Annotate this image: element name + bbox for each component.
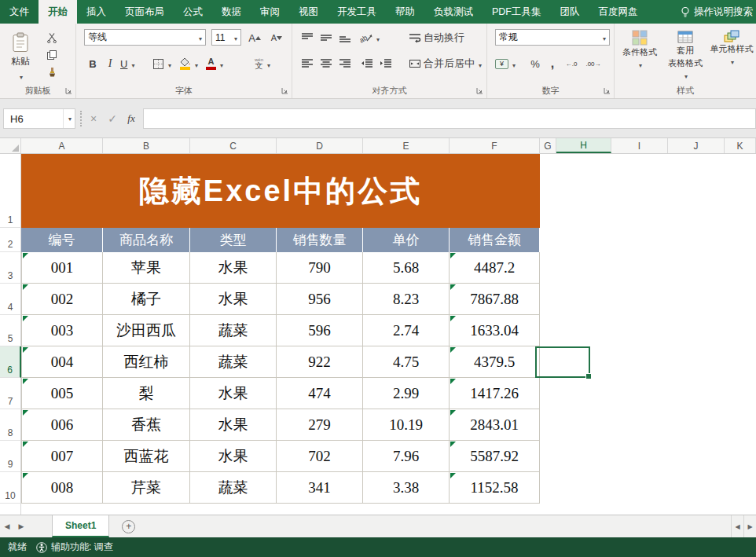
row-header-9[interactable]: 9 [0,441,21,472]
cell[interactable]: 790 [277,252,363,284]
cell[interactable]: 7.96 [363,441,450,472]
tab-review[interactable]: 审阅 [251,0,289,24]
column-header-i[interactable]: I [611,138,668,153]
column-header-b[interactable]: B [103,138,190,153]
tab-home[interactable]: 开始 [39,0,77,24]
new-sheet-button[interactable] [122,520,135,533]
cell[interactable]: 956 [277,284,363,315]
cell[interactable]: 3.38 [363,472,450,504]
sheet-tab-sheet1[interactable]: Sheet1 [52,515,109,537]
align-center-button[interactable] [317,55,335,72]
header-cell[interactable]: 销售数量 [277,228,363,252]
tab-page-layout[interactable]: 页面布局 [116,0,174,24]
header-cell[interactable]: 单价 [363,228,450,252]
header-cell[interactable]: 编号 [21,228,103,252]
insert-function-button[interactable]: fx [123,108,140,129]
tab-pdf-tools[interactable]: PDF工具集 [483,0,551,24]
row-header-3[interactable]: 3 [0,252,21,284]
header-cell[interactable]: 类型 [190,228,277,252]
column-header-c[interactable]: C [190,138,277,153]
row-header-8[interactable]: 8 [0,409,21,441]
column-header-d[interactable]: D [277,138,363,153]
enter-button[interactable]: ✓ [104,108,121,129]
row-header-2[interactable]: 2 [0,228,21,252]
align-middle-button[interactable] [317,29,335,46]
conditional-formatting-button[interactable]: 条件格式 [618,27,662,86]
cell[interactable]: 蔬菜 [190,472,277,504]
cell[interactable]: 702 [277,441,363,472]
cell[interactable]: 2.74 [363,315,450,346]
row-header-5[interactable]: 5 [0,315,21,346]
cell[interactable]: 1633.04 [450,315,540,346]
tab-view[interactable]: 视图 [289,0,328,24]
paste-button[interactable]: 粘贴 [4,27,37,86]
cell[interactable]: 5587.92 [450,441,540,472]
table-title-cell[interactable]: 隐藏Excel中的公式 [21,154,540,228]
number-dialog-launcher-icon[interactable] [604,87,611,95]
align-bottom-button[interactable] [336,29,354,46]
select-all-button[interactable] [0,138,21,153]
format-as-table-button[interactable]: 套用 表格格式 [663,27,707,86]
cell[interactable]: 西红柿 [103,346,190,378]
column-header-a[interactable]: A [21,138,103,153]
align-right-button[interactable] [336,55,354,72]
cell[interactable]: 008 [21,472,103,504]
cell[interactable]: 007 [21,441,103,472]
tab-insert[interactable]: 插入 [77,0,116,24]
cell[interactable]: 1417.26 [450,378,540,409]
cell[interactable]: 001 [21,252,103,284]
tab-formulas[interactable]: 公式 [174,0,212,24]
tab-load-test[interactable]: 负载测试 [424,0,483,24]
tab-help[interactable]: 帮助 [386,0,424,24]
tab-team[interactable]: 团队 [551,0,589,24]
percent-style-button[interactable]: % [527,55,544,72]
currency-format-button[interactable]: ¥ [494,55,517,72]
copy-button[interactable] [42,47,61,63]
cell[interactable]: 水果 [190,252,277,284]
cut-button[interactable] [42,30,61,46]
increase-decimal-button[interactable]: ←.0 [561,55,582,72]
header-cell[interactable]: 销售金额 [450,228,540,252]
format-painter-button[interactable] [42,64,61,80]
header-cell[interactable]: 商品名称 [103,228,190,252]
underline-button[interactable]: U [119,55,136,72]
cell[interactable]: 006 [21,409,103,441]
name-box[interactable]: H6 [3,108,75,129]
column-header-k[interactable]: K [725,138,756,153]
row-header-10[interactable]: 10 [0,472,21,504]
cell[interactable]: 279 [277,409,363,441]
cell[interactable]: 005 [21,378,103,409]
cell[interactable]: 西蓝花 [103,441,190,472]
increase-indent-button[interactable] [377,55,395,72]
font-color-button[interactable]: A [204,55,225,72]
shrink-font-button[interactable]: A [268,29,285,46]
wrap-text-button[interactable]: 自动换行 [407,29,466,46]
row-header-6[interactable]: 6 [0,346,21,378]
tab-baidu-netdisk[interactable]: 百度网盘 [589,0,648,24]
cell[interactable]: 4379.5 [450,346,540,378]
phonetic-guide-button[interactable]: wén 文 [253,55,272,72]
cell[interactable]: 水果 [190,378,277,409]
accessibility-status[interactable]: 辅助功能: 调查 [36,541,113,554]
cell[interactable]: 沙田西瓜 [103,315,190,346]
align-left-button[interactable] [299,55,316,72]
bold-button[interactable]: B [84,55,101,72]
cell[interactable]: 芹菜 [103,472,190,504]
cell[interactable]: 蔬菜 [190,346,277,378]
decrease-indent-button[interactable] [358,55,376,72]
cell[interactable]: 002 [21,284,103,315]
orientation-button[interactable]: ab [358,29,381,46]
cell[interactable]: 10.19 [363,409,450,441]
cell[interactable]: 苹果 [103,252,190,284]
merge-center-button[interactable]: 合并后居中 [407,55,483,72]
cell[interactable]: 2.99 [363,378,450,409]
cell[interactable]: 8.23 [363,284,450,315]
alignment-dialog-launcher-icon[interactable] [476,87,484,95]
tab-developer[interactable]: 开发工具 [328,0,386,24]
tab-file[interactable]: 文件 [0,0,39,24]
column-header-h[interactable]: H [556,138,611,153]
number-format-combo[interactable]: 常规 [495,29,610,46]
cell[interactable]: 5.68 [363,252,450,284]
cell-styles-button[interactable]: 单元格样式 [709,27,754,86]
cell[interactable]: 梨 [103,378,190,409]
